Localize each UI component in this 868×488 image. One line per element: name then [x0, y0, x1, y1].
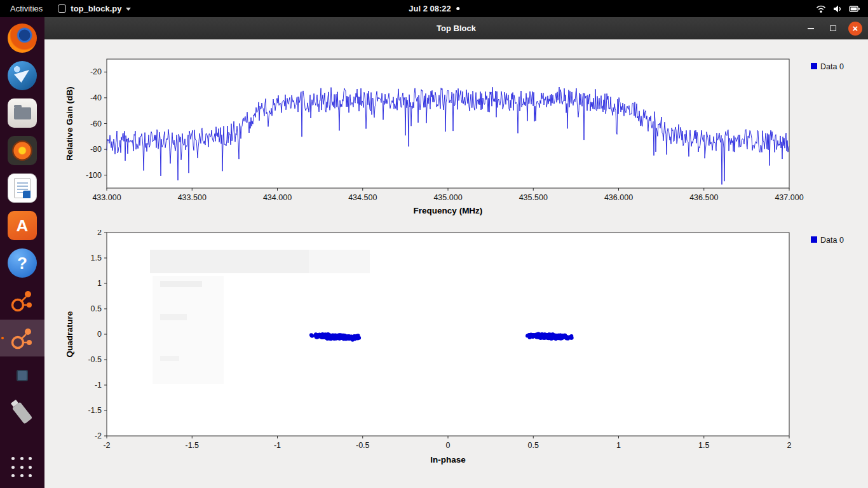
svg-text:-20: -20 [90, 67, 102, 76]
rhythmbox-icon [8, 136, 37, 165]
activities-button[interactable]: Activities [10, 4, 43, 13]
dock: A ? [0, 17, 44, 488]
window-titlebar[interactable]: Top Block × [44, 17, 868, 39]
svg-text:Data 0: Data 0 [820, 62, 844, 71]
dock-item-small-app[interactable] [7, 360, 37, 391]
svg-text:434.000: 434.000 [263, 193, 292, 202]
svg-text:-2: -2 [95, 431, 102, 440]
svg-text:0: 0 [446, 441, 451, 450]
x-axis-title: Frequency (MHz) [414, 206, 483, 215]
svg-text:2: 2 [787, 441, 792, 450]
dock-item-files[interactable] [7, 98, 37, 128]
app-window-icon [58, 4, 66, 13]
show-applications-button[interactable] [7, 452, 37, 483]
svg-text:-1: -1 [274, 441, 281, 450]
gnuradio-icon [10, 325, 35, 351]
gnuradio-icon [10, 288, 35, 313]
dock-item-libreoffice-writer[interactable] [7, 173, 37, 203]
files-icon [8, 98, 37, 128]
close-button[interactable]: × [848, 22, 862, 36]
svg-text:436.000: 436.000 [604, 193, 633, 202]
app-menu-label: top_block.py [71, 4, 121, 13]
constellation-plot[interactable]: -2-1.5-1-0.500.511.5221.510.50-0.5-1-1.5… [44, 230, 868, 488]
dock-item-rhythmbox[interactable] [7, 135, 37, 166]
svg-text:437.000: 437.000 [775, 193, 803, 202]
help-icon: ? [8, 248, 37, 278]
svg-text:-0.5: -0.5 [356, 441, 370, 450]
svg-text:-0.5: -0.5 [88, 355, 102, 364]
legend: Data 0 [811, 62, 844, 71]
minimize-button[interactable] [804, 22, 818, 36]
app-grid-icon [11, 457, 33, 478]
svg-text:1: 1 [616, 441, 621, 450]
maximize-button[interactable] [826, 22, 840, 36]
svg-text:434.500: 434.500 [348, 193, 377, 202]
window-title: Top Block [437, 24, 476, 33]
svg-text:-2: -2 [103, 441, 110, 450]
clock-button[interactable]: Jul 2 08:22 [409, 4, 459, 13]
svg-text:436.500: 436.500 [689, 193, 718, 202]
svg-text:2: 2 [97, 230, 102, 237]
svg-text:0: 0 [97, 330, 102, 339]
system-status-area[interactable] [816, 4, 860, 14]
minimize-icon [808, 28, 814, 29]
desktop: Activities top_block.py Jul 2 08:22 [0, 0, 868, 488]
ubuntu-software-icon: A [8, 211, 37, 240]
dock-item-ubuntu-software[interactable]: A [7, 210, 37, 241]
svg-text:Data 0: Data 0 [820, 236, 844, 245]
svg-text:435.500: 435.500 [519, 193, 548, 202]
svg-text:-80: -80 [90, 145, 102, 154]
constellation-svg: -2-1.5-1-0.500.511.5221.510.50-0.5-1-1.5… [44, 230, 868, 488]
battery-icon [849, 4, 860, 14]
svg-text:433.500: 433.500 [178, 193, 207, 202]
svg-text:-1: -1 [95, 381, 102, 390]
svg-text:-60: -60 [90, 119, 102, 128]
maximize-icon [830, 25, 836, 31]
x-axis-title: In-phase [430, 455, 466, 464]
usb-drive-icon [12, 402, 32, 424]
thunderbird-icon [8, 61, 37, 90]
svg-text:1.5: 1.5 [91, 254, 102, 262]
gnome-top-bar: Activities top_block.py Jul 2 08:22 [0, 0, 868, 17]
notification-dot [456, 7, 459, 10]
close-icon: × [853, 24, 858, 33]
dock-item-gnuradio[interactable] [7, 285, 37, 316]
chevron-down-icon [126, 8, 131, 11]
dock-item-usb-drive[interactable] [7, 398, 37, 428]
svg-text:435.000: 435.000 [433, 193, 462, 202]
top-block-window: Top Block × 433.000433.500434.000434.500… [44, 17, 868, 488]
svg-text:-100: -100 [86, 171, 102, 180]
app-icon [17, 370, 28, 381]
dock-item-gnuradio-running[interactable] [7, 323, 37, 353]
clock-label: Jul 2 08:22 [409, 4, 451, 13]
window-controls: × [804, 17, 862, 39]
libreoffice-writer-icon [8, 173, 37, 203]
dock-item-firefox[interactable] [7, 23, 37, 53]
svg-text:0.5: 0.5 [91, 304, 102, 313]
y-axis-title: Relative Gain (dB) [65, 86, 74, 160]
spectrum-svg: 433.000433.500434.000434.500435.000435.5… [44, 39, 868, 230]
svg-text:0.5: 0.5 [528, 441, 539, 450]
firefox-icon [8, 24, 37, 53]
svg-text:-1.5: -1.5 [185, 441, 199, 450]
window-content: 433.000433.500434.000434.500435.000435.5… [44, 39, 868, 487]
volume-icon [832, 4, 843, 14]
dock-item-thunderbird[interactable] [7, 60, 37, 91]
frequency-spectrum-plot[interactable]: 433.000433.500434.000434.500435.000435.5… [44, 39, 868, 230]
svg-text:1: 1 [97, 279, 102, 288]
svg-text:1.5: 1.5 [698, 441, 709, 450]
legend: Data 0 [811, 236, 844, 245]
wifi-icon [816, 4, 826, 14]
svg-text:433.000: 433.000 [92, 193, 121, 202]
dock-item-help[interactable]: ? [7, 248, 37, 278]
svg-text:-1.5: -1.5 [88, 406, 102, 415]
y-axis-title: Quadrature [65, 311, 74, 357]
app-menu[interactable]: top_block.py [58, 4, 131, 13]
plot-canvas[interactable] [107, 59, 789, 188]
svg-text:-40: -40 [90, 93, 102, 102]
